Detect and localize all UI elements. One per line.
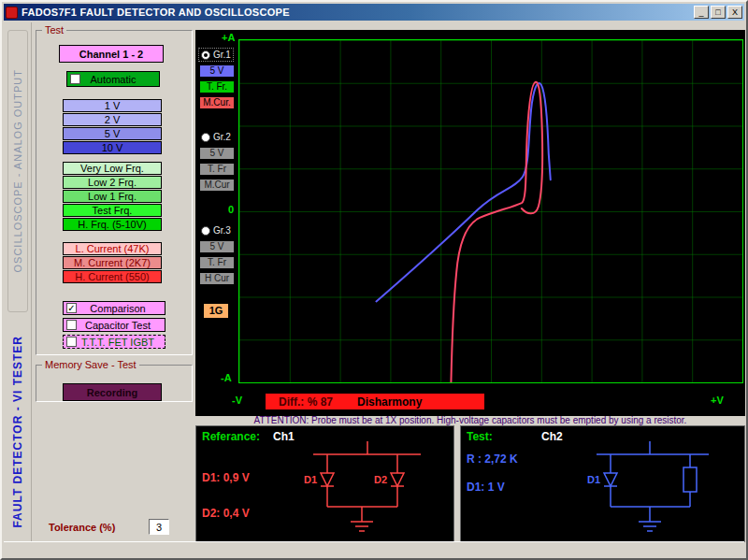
freq-low1-button[interactable]: Low 1 Frq. xyxy=(63,190,162,203)
reference-d2-value: D2: 0,4 V xyxy=(202,507,250,520)
vi-curve-plot xyxy=(239,40,742,382)
group1-current-button[interactable]: M.Cur. xyxy=(199,96,235,109)
capacitor-test-checkbox[interactable] xyxy=(66,320,77,330)
comparison-checkbox[interactable]: ✓ xyxy=(66,303,77,313)
test-panel: Test: Ch2 R : 2,72 K D1: 1 V D1 xyxy=(460,425,745,542)
axis-label-minus-a: -A xyxy=(221,372,232,383)
group3-radio-row[interactable]: Gr.3 xyxy=(199,224,233,237)
freq-low2-button[interactable]: Low 2 Frq. xyxy=(63,176,162,189)
window-title: FADOS7F1 FAULT DETECTOR AND OSCILLOSCOPE xyxy=(22,7,290,18)
axis-label-plus-v: +V xyxy=(711,395,724,406)
ttt-fet-igbt-checkbox[interactable] xyxy=(66,337,77,347)
difference-value: Diff.: % 87 xyxy=(279,395,333,409)
group2-current-button[interactable]: M.Cur xyxy=(199,179,235,192)
group3-voltage-button[interactable]: 5 V xyxy=(199,240,235,253)
axis-label-zero-left: 0 xyxy=(228,204,234,215)
test-resistance-value: R : 2,72 K xyxy=(467,452,518,466)
group1-freq-button[interactable]: T. Fr. xyxy=(199,80,235,93)
test-channel: Ch2 xyxy=(541,430,563,443)
voltage-10v-button[interactable]: 10 V xyxy=(63,141,162,154)
app-window: FADOS7F1 FAULT DETECTOR AND OSCILLOSCOPE… xyxy=(0,0,748,560)
capacitor-test-label: Capacitor Test xyxy=(80,320,165,331)
reference-d1-value: D1: 0,9 V xyxy=(202,471,250,484)
axis-label-minus-v: -V xyxy=(232,395,242,406)
capacitor-test-checkbox-row[interactable]: Capacitor Test xyxy=(63,318,165,332)
tolerance-input[interactable] xyxy=(149,519,169,535)
reference-circuit-diagram: D1 D2 xyxy=(285,441,449,539)
test-groupbox: Test Channel 1 - 2 Automatic 1 V 2 V 5 V… xyxy=(36,24,193,355)
group3-radio[interactable] xyxy=(201,226,210,236)
current-high-button[interactable]: H. Current (550) xyxy=(63,270,162,283)
axis-label-plus-a: +A xyxy=(222,32,235,43)
group2-radio-row[interactable]: Gr.2 xyxy=(199,131,233,143)
automatic-checkbox[interactable] xyxy=(70,74,80,84)
automatic-label: Automatic xyxy=(91,74,137,85)
test-diode1-label: D1 xyxy=(587,474,600,485)
minimize-button[interactable]: _ xyxy=(694,6,709,19)
group1-radio[interactable] xyxy=(201,50,210,60)
freq-very-low-button[interactable]: Very Low Frq. xyxy=(63,162,162,175)
group3-freq-button[interactable]: T. Fr xyxy=(199,256,235,269)
group1-label: Gr.1 xyxy=(213,50,231,60)
test-d1-value: D1: 1 V xyxy=(467,481,505,494)
test-group-title: Test xyxy=(42,24,66,36)
oscilloscope-panel: Gr.1 5 V T. Fr. M.Cur. Gr.2 5 V T. Fr M.… xyxy=(195,30,745,416)
group1-voltage-button[interactable]: 5 V xyxy=(199,65,235,78)
group3-label: Gr.3 xyxy=(213,225,231,236)
group2-freq-button[interactable]: T. Fr xyxy=(199,163,235,176)
voltage-2v-button[interactable]: 2 V xyxy=(63,113,162,126)
attention-warning: ATTENTION: Probe must be at 1X position.… xyxy=(195,416,745,425)
harmony-status: Disharmony xyxy=(357,395,422,409)
reference-title: Referance: xyxy=(202,430,260,443)
app-icon xyxy=(6,7,18,19)
tab-oscilloscope-label: OSCILLOSCOPE - ANALOG OUTPUT xyxy=(12,69,23,273)
voltage-5v-button[interactable]: 5 V xyxy=(63,127,162,140)
group3-current-button[interactable]: H Cur xyxy=(199,272,235,285)
group2-label: Gr.2 xyxy=(213,132,231,142)
gain-1g-button[interactable]: 1G xyxy=(203,303,229,319)
reference-panel: Referance: Ch1 D1: 0,9 V D2: 0,4 V D1 D2 xyxy=(195,425,454,542)
comparison-label: Comparison xyxy=(80,303,165,314)
freq-high-button[interactable]: H. Frq. (5-10V) xyxy=(63,218,162,231)
reference-diode2-label: D2 xyxy=(374,474,387,485)
scope-display xyxy=(238,39,743,383)
group2-radio[interactable] xyxy=(201,133,210,142)
freq-test-button[interactable]: Test Frq. xyxy=(63,204,162,217)
tab-fault-detector-vi-tester[interactable]: FAULT DETECTOR - VI TESTER xyxy=(6,318,30,546)
current-medium-button[interactable]: M. Current (2K7) xyxy=(63,256,162,269)
memory-group-title: Memory Save - Test xyxy=(42,359,139,370)
group1-radio-row[interactable]: Gr.1 xyxy=(199,49,233,61)
difference-banner: Diff.: % 87 Disharmony xyxy=(266,394,484,409)
title-bar: FADOS7F1 FAULT DETECTOR AND OSCILLOSCOPE… xyxy=(4,4,744,21)
test-title: Test: xyxy=(467,430,493,443)
automatic-button[interactable]: Automatic xyxy=(66,71,160,87)
voltage-1v-button[interactable]: 1 V xyxy=(63,99,162,112)
reference-diode1-label: D1 xyxy=(304,474,317,485)
current-low-button[interactable]: L. Current (47K) xyxy=(63,242,162,255)
tab-divider xyxy=(31,22,32,556)
tab-fault-detector-label: FAULT DETECTOR - VI TESTER xyxy=(11,336,24,528)
tab-oscilloscope-analog-output[interactable]: OSCILLOSCOPE - ANALOG OUTPUT xyxy=(7,30,28,312)
tolerance-label: Tolerance (%) xyxy=(49,522,115,533)
channel-1-2-button[interactable]: Channel 1 - 2 xyxy=(59,45,164,63)
ttt-fet-igbt-label: T.T.T. FET IGBT xyxy=(80,337,165,348)
ttt-fet-igbt-checkbox-row[interactable]: T.T.T. FET IGBT xyxy=(63,335,165,349)
comparison-checkbox-row[interactable]: ✓ Comparison xyxy=(63,301,165,315)
memory-save-groupbox: Memory Save - Test Recording xyxy=(36,359,193,402)
maximize-button[interactable]: □ xyxy=(711,6,726,19)
close-button[interactable]: X xyxy=(727,6,742,19)
test-circuit-diagram: D1 xyxy=(564,441,737,539)
group2-voltage-button[interactable]: 5 V xyxy=(199,147,235,160)
status-bar xyxy=(4,541,744,556)
recording-button[interactable]: Recording xyxy=(63,383,162,401)
